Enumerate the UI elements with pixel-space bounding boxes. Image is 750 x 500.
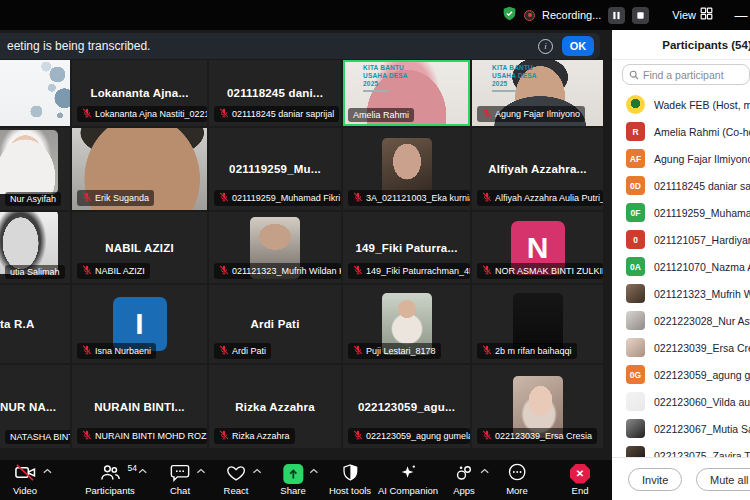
video-tile[interactable]: Rizka AzzahraRizka Azzahra: [209, 365, 341, 448]
participant-search-input[interactable]: [643, 69, 743, 81]
video-tile[interactable]: IIsna Nurbaeni: [72, 285, 207, 363]
toolbar-item-label: More: [506, 485, 528, 496]
video-tile[interactable]: Ardi PatiArdi Pati: [209, 285, 341, 363]
transcription-banner-text: eeting is being transcribed.: [0, 39, 538, 53]
chevron-up-icon[interactable]: [197, 467, 206, 476]
chevron-up-icon[interactable]: [42, 467, 51, 476]
host-tools-button[interactable]: Host tools: [329, 463, 371, 496]
participant-list-item[interactable]: 0F021119259_Muhamad Fikri Alf: [612, 199, 750, 226]
video-tile[interactable]: NURAIN BINTI...NURAIN BINTI MOHD ROZI: [72, 365, 207, 448]
virtual-background-banner: KITA BANTUUSAHA DESA2025: [492, 64, 537, 92]
video-tile[interactable]: 021121323_Mufrih Wildan Khiri: [209, 212, 341, 283]
chevron-up-icon[interactable]: [481, 467, 490, 476]
participant-name-text: NURAIN BINTI MOHD ROZI: [95, 431, 207, 441]
video-tile[interactable]: 022123039_Ersa Cresia: [472, 365, 603, 448]
video-tile[interactable]: Nur Asyifah: [0, 128, 70, 210]
toolbar-item-label: Video: [13, 485, 37, 496]
participant-name: 0221223028_Nur Asyifah: [654, 315, 750, 327]
zoom-meeting-window: Recording... View — Lokananta Ajna...Lok…: [0, 0, 750, 500]
participant-name-text: Nur Asyifah: [10, 194, 56, 204]
video-tile[interactable]: 149_Fiki Paturra...149_Fiki Paturrachman…: [343, 212, 470, 283]
video-tile[interactable]: Puji Lestari_8178: [343, 285, 470, 363]
participant-list-item[interactable]: 0221223028_Nur Asyifah: [612, 307, 750, 334]
toolbar-item-label: End: [572, 485, 589, 496]
video-tile[interactable]: ta R.A: [0, 285, 70, 363]
video-tile[interactable]: 022123059_agu...022123059_agung gumelar: [343, 365, 470, 448]
mic-off-icon: [219, 108, 229, 120]
participant-avatar: 0F: [626, 203, 645, 222]
participant-list-item[interactable]: 022123060_Vilda aulia sub: [612, 388, 750, 415]
video-tile[interactable]: Lokananta Ajna...Lokananta Ajna Nastiti_…: [72, 60, 207, 126]
pause-recording-button[interactable]: [608, 7, 625, 24]
tile-name-label: Ardi Pati: [214, 343, 271, 359]
participant-name: 022123059_agung gumelar: [654, 369, 750, 381]
react-button[interactable]: React: [224, 463, 249, 496]
participant-list-item[interactable]: 021121323_Mufrih Wildan Khiri: [612, 280, 750, 307]
mic-off-icon: [482, 108, 492, 120]
video-tile[interactable]: utia Salimah: [0, 212, 70, 283]
video-tile[interactable]: KITA BANTUUSAHA DESA2025Amelia Rahmi: [343, 60, 470, 126]
view-label: View: [672, 9, 696, 21]
video-tile[interactable]: NUR NA...NATASHA BINTI ...: [0, 365, 70, 448]
participant-list-item[interactable]: 022123067_Mutia Salimah: [612, 415, 750, 442]
participant-name-text: Lokananta Ajna Nastiti_02212...: [95, 109, 207, 119]
mic-off-icon: [482, 265, 492, 277]
participant-name: 021121323_Mufrih Wildan Khiri: [654, 288, 750, 300]
tile-name-label: Rizka Azzahra: [214, 428, 295, 444]
participants-panel-footer: Invite Mute all: [612, 457, 750, 500]
participant-list-item[interactable]: RAmelia Rahmi (Co-host): [612, 118, 750, 145]
view-button[interactable]: View: [672, 7, 713, 23]
info-icon[interactable]: i: [538, 39, 553, 54]
video-tile[interactable]: 021119259_Mu...021119259_Muhamad Fikri A…: [209, 128, 341, 210]
participant-list-item[interactable]: 0D021118245 daniar saprijal: [612, 172, 750, 199]
tile-name-label: Agung Fajar Ilmiyono: [477, 106, 585, 122]
minimize-button[interactable]: —: [734, 8, 748, 23]
transcription-banner: eeting is being transcribed. i OK: [0, 33, 600, 59]
participant-name-text: 149_Fiki Paturrachman_4D Aku...: [366, 266, 470, 276]
mute-all-button[interactable]: Mute all: [696, 468, 750, 491]
invite-button[interactable]: Invite: [628, 468, 682, 491]
chevron-up-icon[interactable]: [252, 467, 261, 476]
participant-list-item[interactable]: Wadek FEB (Host, me): [612, 91, 750, 118]
video-tile[interactable]: Alfiyah Azzahra...Alfiyah Azzahra Aulia …: [472, 128, 603, 210]
participant-search-box[interactable]: [622, 64, 750, 85]
participant-list-item[interactable]: 0021121057_Hardiyansyah: [612, 226, 750, 253]
transcription-ok-button[interactable]: OK: [562, 36, 594, 56]
end-button[interactable]: ✕End: [570, 463, 590, 496]
tile-name-label: 3A_021121003_Eka kurnia Dewi: [348, 190, 470, 206]
participant-name-text: 3A_021121003_Eka kurnia Dewi: [366, 193, 470, 203]
mic-off-icon: [82, 192, 92, 204]
toolbar-item-label: AI Companion: [378, 485, 438, 496]
participant-list-item[interactable]: 022123039_Ersa Cresia: [612, 334, 750, 361]
tile-name-label: Lokananta Ajna Nastiti_02212...: [77, 106, 207, 122]
chevron-up-icon[interactable]: [309, 467, 318, 476]
apps-button[interactable]: Apps: [453, 463, 475, 496]
participant-name: 022123039_Ersa Cresia: [654, 342, 750, 354]
chevron-up-icon[interactable]: [138, 467, 147, 476]
video-button[interactable]: Video: [13, 463, 37, 496]
video-tile[interactable]: [0, 60, 70, 126]
participants-count-badge: 54: [128, 463, 137, 473]
video-tile[interactable]: 2b m rifan baihaqqi: [472, 285, 603, 363]
video-tile[interactable]: KITA BANTUUSAHA DESA2025Agung Fajar Ilmi…: [472, 60, 603, 126]
video-tile[interactable]: 3A_021121003_Eka kurnia Dewi: [343, 128, 470, 210]
participant-list-item[interactable]: 0G022123059_agung gumelar: [612, 361, 750, 388]
video-tile[interactable]: Erik Suganda: [72, 128, 207, 210]
participants-button[interactable]: 54Participants: [85, 463, 135, 496]
share-button[interactable]: Share: [280, 463, 305, 496]
security-shield-icon[interactable]: [502, 6, 517, 25]
tile-name-label: Erik Suganda: [77, 190, 154, 206]
host-tools-icon: [341, 463, 360, 485]
ai-companion-button[interactable]: AI Companion: [378, 463, 438, 496]
video-tile[interactable]: NABIL AZIZINABIL AZIZI: [72, 212, 207, 283]
tile-name-label: Puji Lestari_8178: [348, 343, 441, 359]
participant-avatar: 0A: [626, 257, 645, 276]
chat-button[interactable]: Chat: [170, 463, 191, 496]
stop-recording-button[interactable]: [632, 7, 649, 24]
video-tile[interactable]: NNOR ASMAK BINTI ZULKIFRI 7...: [472, 212, 603, 283]
more-button[interactable]: More: [506, 463, 528, 496]
video-tile[interactable]: 021118245 dani...021118245 daniar saprij…: [209, 60, 341, 126]
participant-list-item[interactable]: 0A021121070_Nazma Aris Tia: [612, 253, 750, 280]
participant-list-item[interactable]: AFAgung Fajar Ilmiyono (Co-host): [612, 145, 750, 172]
mic-off-icon: [82, 108, 92, 120]
